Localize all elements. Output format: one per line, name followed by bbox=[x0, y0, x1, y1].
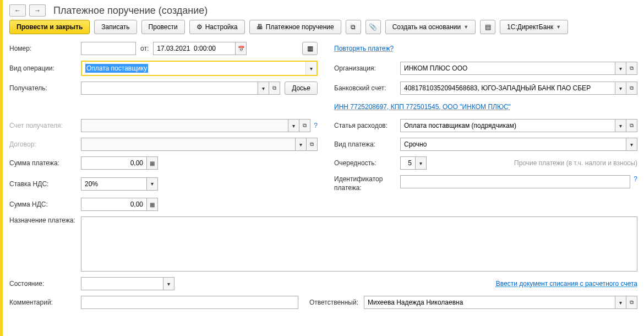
op-type-value: Оплата поставщику bbox=[85, 64, 148, 73]
expense-label: Статья расходов: bbox=[334, 122, 400, 129]
bank-acc-open-button[interactable]: ⧉ bbox=[626, 82, 637, 95]
post-button[interactable]: Провести bbox=[141, 20, 185, 34]
recipient-input[interactable] bbox=[81, 82, 258, 95]
queue-label: Очередность: bbox=[334, 159, 400, 167]
open-icon: ⧉ bbox=[310, 141, 314, 148]
vat-rate-dropdown-button[interactable]: ▾ bbox=[147, 177, 158, 191]
repeat-payment-link[interactable]: Повторять платеж? bbox=[334, 45, 394, 52]
state-dropdown-button[interactable]: ▾ bbox=[163, 277, 174, 290]
bank-acc-input[interactable] bbox=[400, 82, 615, 95]
nav-back-button[interactable]: ← bbox=[9, 4, 26, 17]
calculator-icon: ▦ bbox=[150, 160, 155, 166]
state-input[interactable] bbox=[81, 277, 163, 290]
contract-input bbox=[81, 138, 296, 151]
vat-sum-input[interactable] bbox=[81, 198, 147, 211]
open-icon: ⧉ bbox=[630, 85, 634, 91]
settings-label: Настройка bbox=[205, 23, 238, 31]
org-open-button[interactable]: ⧉ bbox=[626, 62, 637, 75]
paperclip-icon: 📎 bbox=[369, 23, 377, 31]
rec-account-help[interactable]: ? bbox=[314, 122, 318, 129]
recipient-label: Получатель: bbox=[9, 84, 81, 92]
expense-open-button[interactable]: ⧉ bbox=[626, 119, 637, 132]
recipient-open-button[interactable]: ⧉ bbox=[269, 82, 280, 95]
chevron-down-icon: ▾ bbox=[262, 85, 265, 91]
printer-icon: 🖶 bbox=[256, 23, 263, 31]
responsible-label: Ответственный: bbox=[309, 299, 358, 306]
responsible-open-button[interactable]: ⧉ bbox=[626, 296, 637, 309]
responsible-dropdown-button[interactable]: ▾ bbox=[615, 296, 626, 309]
direct-bank-button[interactable]: 1С:ДиректБанк ▼ bbox=[500, 20, 568, 34]
op-type-label: Вид операции: bbox=[9, 64, 81, 72]
sum-label: Сумма платежа: bbox=[9, 159, 81, 167]
write-button[interactable]: Записать bbox=[94, 20, 137, 34]
chevron-down-icon: ▾ bbox=[619, 66, 622, 72]
queue-input[interactable] bbox=[400, 156, 416, 170]
op-type-input[interactable]: Оплата поставщику bbox=[82, 62, 305, 75]
chevron-down-icon: ▾ bbox=[292, 123, 295, 129]
rec-account-dropdown-button[interactable]: ▾ bbox=[288, 119, 299, 132]
queue-dropdown-button[interactable]: ▾ bbox=[416, 156, 427, 170]
bank-acc-label: Банковский счет: bbox=[334, 84, 400, 92]
post-and-close-button[interactable]: Провести и закрыть bbox=[9, 20, 90, 34]
chevron-down-icon: ▾ bbox=[419, 160, 422, 166]
queue-hint: Прочие платежи (в т.ч. налоги и взносы) bbox=[514, 159, 637, 167]
nav-forward-button[interactable]: → bbox=[29, 4, 46, 17]
chevron-down-icon: ▾ bbox=[310, 66, 313, 72]
date-extra-button[interactable]: ▦ bbox=[302, 42, 318, 55]
expense-input[interactable] bbox=[400, 119, 615, 132]
print-label: Платежное поручение bbox=[266, 23, 334, 31]
chevron-down-icon: ▾ bbox=[167, 281, 170, 287]
org-input[interactable] bbox=[400, 62, 615, 75]
create-based-label: Создать на основании bbox=[392, 23, 461, 31]
direct-bank-label: 1С:ДиректБанк bbox=[507, 23, 553, 31]
chevron-down-icon: ▾ bbox=[299, 142, 302, 148]
list-icon-button[interactable]: ▤ bbox=[480, 20, 495, 34]
op-type-dropdown-button[interactable]: ▾ bbox=[305, 62, 316, 75]
vat-rate-input[interactable] bbox=[81, 177, 147, 191]
contract-dropdown-button[interactable]: ▾ bbox=[296, 138, 307, 151]
rec-account-label: Счет получателя: bbox=[9, 122, 81, 129]
number-input[interactable] bbox=[81, 42, 136, 55]
org-dropdown-button[interactable]: ▾ bbox=[615, 62, 626, 75]
structure-icon: ⧉ bbox=[351, 23, 356, 31]
structure-icon-button[interactable]: ⧉ bbox=[346, 20, 361, 34]
vat-sum-calc-button[interactable]: ▦ bbox=[147, 198, 158, 211]
contract-label: Договор: bbox=[9, 140, 81, 148]
bank-acc-dropdown-button[interactable]: ▾ bbox=[615, 82, 626, 95]
enter-writeoff-link[interactable]: Ввести документ списания с расчетного сч… bbox=[496, 280, 637, 288]
calculator-icon: ▦ bbox=[150, 202, 155, 208]
pay-id-help[interactable]: ? bbox=[634, 175, 637, 183]
calendar-icon-button[interactable]: 📅 bbox=[236, 42, 247, 55]
inn-link[interactable]: ИНН 7725208697, КПП 772501545, ООО "ИНКО… bbox=[334, 103, 511, 111]
comment-input[interactable] bbox=[81, 296, 298, 309]
attach-icon-button[interactable]: 📎 bbox=[365, 20, 381, 34]
pay-type-label: Вид платежа: bbox=[334, 140, 400, 148]
responsible-input[interactable] bbox=[364, 296, 615, 309]
number-label: Номер: bbox=[9, 45, 81, 52]
print-button[interactable]: 🖶 Платежное поручение bbox=[249, 20, 341, 34]
contract-open-button[interactable]: ⧉ bbox=[307, 138, 318, 151]
rec-account-open-button[interactable]: ⧉ bbox=[299, 119, 310, 132]
chevron-down-icon: ▾ bbox=[619, 123, 622, 129]
open-icon: ⧉ bbox=[272, 85, 276, 91]
recipient-dropdown-button[interactable]: ▾ bbox=[258, 82, 269, 95]
sum-input[interactable] bbox=[81, 156, 147, 170]
date-input[interactable] bbox=[153, 42, 236, 55]
settings-button[interactable]: ⚙ Настройка bbox=[189, 20, 245, 34]
open-icon: ⧉ bbox=[630, 65, 634, 72]
purpose-textarea[interactable] bbox=[81, 216, 637, 272]
pay-type-input[interactable] bbox=[400, 138, 626, 151]
vat-rate-label: Ставка НДС: bbox=[9, 180, 81, 188]
comment-label: Комментарий: bbox=[9, 299, 81, 306]
pay-type-dropdown-button[interactable]: ▾ bbox=[626, 138, 637, 151]
chevron-down-icon: ▼ bbox=[556, 24, 561, 30]
pay-id-input[interactable] bbox=[400, 175, 630, 188]
open-icon: ⧉ bbox=[630, 122, 634, 129]
create-based-button[interactable]: Создать на основании ▼ bbox=[385, 20, 476, 34]
sum-calc-button[interactable]: ▦ bbox=[147, 156, 158, 170]
chevron-down-icon: ▾ bbox=[151, 181, 154, 187]
gear-icon: ⚙ bbox=[197, 23, 203, 31]
dossier-button[interactable]: Досье bbox=[285, 82, 318, 95]
expense-dropdown-button[interactable]: ▾ bbox=[615, 119, 626, 132]
rec-account-input bbox=[81, 119, 288, 132]
